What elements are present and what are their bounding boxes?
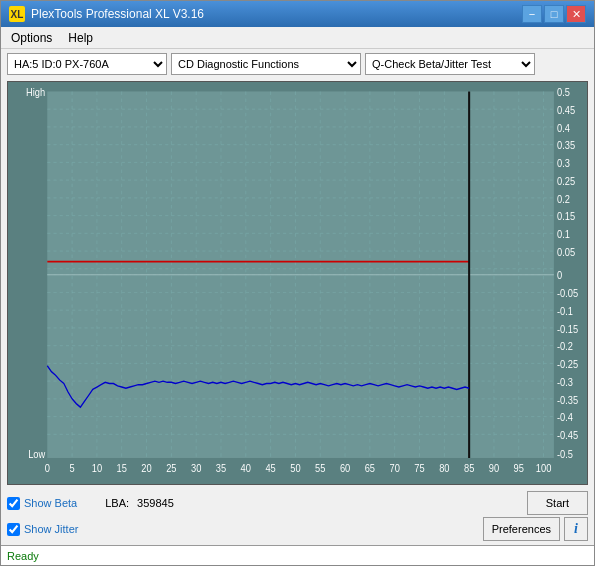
svg-text:90: 90 <box>489 463 500 475</box>
title-controls: − □ ✕ <box>522 5 586 23</box>
bottom-row2: Show Jitter Preferences i <box>7 517 588 541</box>
svg-text:-0.2: -0.2 <box>557 341 573 353</box>
svg-text:60: 60 <box>340 463 351 475</box>
menu-help[interactable]: Help <box>62 29 99 47</box>
svg-text:-0.05: -0.05 <box>557 288 579 300</box>
buttons-right: Start <box>527 491 588 515</box>
svg-text:25: 25 <box>166 463 177 475</box>
start-button[interactable]: Start <box>527 491 588 515</box>
svg-text:-0.4: -0.4 <box>557 412 573 424</box>
svg-text:-0.45: -0.45 <box>557 429 579 441</box>
show-beta-checkbox-row: Show Beta <box>7 497 77 510</box>
close-button[interactable]: ✕ <box>566 5 586 23</box>
toolbar: HA:5 ID:0 PX-760A CD Diagnostic Function… <box>1 49 594 79</box>
svg-text:0.15: 0.15 <box>557 211 576 223</box>
svg-text:High: High <box>26 87 45 99</box>
info-button[interactable]: i <box>564 517 588 541</box>
drive-select[interactable]: HA:5 ID:0 PX-760A <box>7 53 167 75</box>
svg-text:70: 70 <box>390 463 401 475</box>
svg-text:Low: Low <box>28 448 46 460</box>
svg-text:-0.3: -0.3 <box>557 376 573 388</box>
svg-text:55: 55 <box>315 463 326 475</box>
svg-text:-0.1: -0.1 <box>557 305 573 317</box>
svg-text:75: 75 <box>414 463 425 475</box>
title-bar: XL PlexTools Professional XL V3.16 − □ ✕ <box>1 1 594 27</box>
chart-container: 0.5 0.45 0.4 0.35 0.3 0.25 0.2 0.15 0.1 … <box>7 81 588 485</box>
svg-text:0.3: 0.3 <box>557 158 570 170</box>
maximize-button[interactable]: □ <box>544 5 564 23</box>
svg-text:0.45: 0.45 <box>557 104 576 116</box>
svg-text:0.05: 0.05 <box>557 246 576 258</box>
svg-text:40: 40 <box>241 463 252 475</box>
chart-svg: 0.5 0.45 0.4 0.35 0.3 0.25 0.2 0.15 0.1 … <box>8 82 587 484</box>
show-beta-label: Show Beta <box>24 497 77 509</box>
test-select[interactable]: Q-Check Beta/Jitter Test <box>365 53 535 75</box>
preferences-button[interactable]: Preferences <box>483 517 560 541</box>
svg-text:30: 30 <box>191 463 202 475</box>
menu-options[interactable]: Options <box>5 29 58 47</box>
svg-text:0: 0 <box>45 463 51 475</box>
bottom-panel: Show Beta LBA: 359845 Start Show Jitter … <box>1 487 594 545</box>
status-bar: Ready <box>1 545 594 565</box>
lba-value: 359845 <box>137 497 174 509</box>
chart-area: 0.5 0.45 0.4 0.35 0.3 0.25 0.2 0.15 0.1 … <box>8 82 587 484</box>
svg-text:-0.25: -0.25 <box>557 359 579 371</box>
svg-text:95: 95 <box>514 463 525 475</box>
bottom-row1: Show Beta LBA: 359845 Start <box>7 491 588 515</box>
svg-text:100: 100 <box>536 463 552 475</box>
svg-text:65: 65 <box>365 463 376 475</box>
svg-text:35: 35 <box>216 463 227 475</box>
svg-text:45: 45 <box>265 463 276 475</box>
show-jitter-checkbox[interactable] <box>7 523 20 536</box>
svg-text:0.35: 0.35 <box>557 140 576 152</box>
info-icon: i <box>574 521 578 537</box>
status-text: Ready <box>7 550 39 562</box>
svg-text:-0.5: -0.5 <box>557 448 573 460</box>
minimize-button[interactable]: − <box>522 5 542 23</box>
show-jitter-checkbox-row: Show Jitter <box>7 523 78 536</box>
svg-text:5: 5 <box>70 463 76 475</box>
svg-text:80: 80 <box>439 463 450 475</box>
title-bar-left: XL PlexTools Professional XL V3.16 <box>9 6 204 22</box>
show-beta-checkbox[interactable] <box>7 497 20 510</box>
svg-text:0.5: 0.5 <box>557 87 570 99</box>
svg-text:20: 20 <box>141 463 152 475</box>
svg-text:-0.35: -0.35 <box>557 394 579 406</box>
menu-bar: Options Help <box>1 27 594 49</box>
svg-text:0.25: 0.25 <box>557 175 576 187</box>
svg-text:0: 0 <box>557 270 563 282</box>
svg-text:15: 15 <box>117 463 128 475</box>
svg-text:0.2: 0.2 <box>557 193 570 205</box>
show-jitter-label: Show Jitter <box>24 523 78 535</box>
lba-label: LBA: <box>105 497 129 509</box>
svg-text:85: 85 <box>464 463 475 475</box>
window-title: PlexTools Professional XL V3.16 <box>31 7 204 21</box>
function-select[interactable]: CD Diagnostic Functions <box>171 53 361 75</box>
svg-text:0.4: 0.4 <box>557 122 570 134</box>
svg-text:50: 50 <box>290 463 301 475</box>
app-icon: XL <box>9 6 25 22</box>
lba-info: LBA: 359845 <box>105 497 174 509</box>
svg-text:10: 10 <box>92 463 103 475</box>
main-window: XL PlexTools Professional XL V3.16 − □ ✕… <box>0 0 595 566</box>
svg-text:-0.15: -0.15 <box>557 323 579 335</box>
svg-text:0.1: 0.1 <box>557 228 570 240</box>
